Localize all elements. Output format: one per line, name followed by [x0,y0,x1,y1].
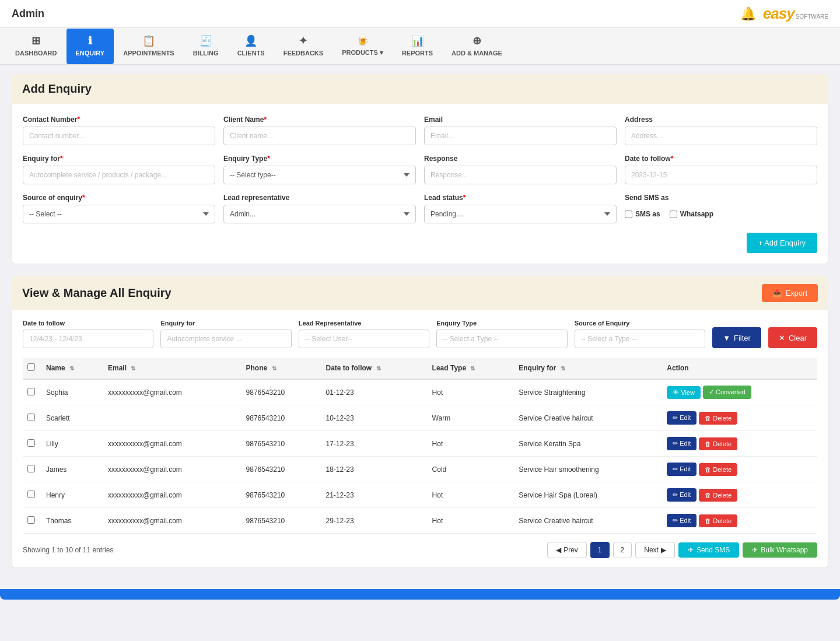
row-checkbox-cell [23,431,41,457]
send-sms-button[interactable]: ✈ Send SMS [678,542,739,558]
sort-phone-icon[interactable]: ⇅ [272,365,276,372]
table-row: Lillyxxxxxxxxxx@gmail.com987654321017-12… [23,431,817,457]
nav-add-manage[interactable]: ⊕ ADD & MANAGE [442,29,512,64]
delete-button[interactable]: 🗑 Delete [699,489,737,502]
cell-name: Sophia [41,379,103,405]
whatsapp-checkbox[interactable] [670,211,677,218]
sort-email-icon[interactable]: ⇅ [131,365,135,372]
page-2-button[interactable]: 2 [613,542,632,558]
filter-enquiry-type-input[interactable] [436,330,567,348]
sms-as-checkbox[interactable] [625,211,632,218]
row-checkbox-1[interactable] [27,414,35,421]
sort-lead-icon[interactable]: ⇅ [470,365,475,372]
cell-date: 10-12-23 [321,405,428,431]
export-label: Export [785,289,807,297]
enquiry-type-select[interactable]: -- Select type-- [223,166,416,184]
sort-name-icon[interactable]: ⇅ [69,365,74,372]
navigation: ⊞ DASHBOARD ℹ ENQUIRY 📋 APPOINTMENTS 🧾 B… [0,28,840,65]
nav-dashboard[interactable]: ⊞ DASHBOARD [6,29,66,64]
nav-enquiry[interactable]: ℹ ENQUIRY [66,29,114,64]
row-checkbox-5[interactable] [27,516,35,524]
sms-as-label: SMS as [635,210,660,218]
lead-rep-select[interactable]: Admin... [223,205,416,223]
nav-reports[interactable]: 📊 REPORTS [393,29,442,64]
edit-button[interactable]: ✏ Edit [667,514,696,527]
delete-button[interactable]: 🗑 Delete [699,437,737,450]
dashboard-icon: ⊞ [32,34,40,47]
table-row: Jamesxxxxxxxxxx@gmail.com987654321018-12… [23,457,817,482]
converted-button[interactable]: ✓ Converted [703,386,751,399]
page-1-button[interactable]: 1 [590,542,610,558]
response-input[interactable] [424,166,617,184]
nav-appointments[interactable]: 📋 APPOINTMENTS [114,29,183,64]
col-enquiry-for: Enquiry for ⇅ [514,358,662,379]
row-checkbox-4[interactable] [27,491,35,498]
whatsapp-option[interactable]: Whatsapp [670,210,713,218]
action-cell: 👁 View✓ Converted [662,379,817,405]
delete-button[interactable]: 🗑 Delete [699,514,737,527]
filter-lead-rep-group: Lead Representative [299,320,429,348]
filter-button[interactable]: ▼ Filter [712,327,761,348]
add-manage-icon: ⊕ [473,34,481,47]
row-checkbox-3[interactable] [27,465,35,472]
nav-appointments-label: APPOINTMENTS [123,50,174,57]
address-input[interactable] [625,127,817,145]
nav-clients[interactable]: 👤 CLIENTS [228,29,274,64]
response-label: Response [424,155,617,163]
contact-number-input[interactable] [23,127,215,145]
client-name-input[interactable] [223,127,416,145]
edit-button[interactable]: ✏ Edit [667,463,696,476]
clear-button[interactable]: ✕ Clear [768,327,817,348]
lead-status-label: Lead status* [424,194,617,202]
nav-enquiry-label: ENQUIRY [76,50,105,57]
filter-lead-rep-label: Lead Representative [299,320,429,327]
action-group: ✏ Edit🗑 Delete [667,411,813,425]
enquiry-for-input[interactable] [23,166,215,184]
form-row-1: Contact Number* Client Name* Email Addre… [23,115,817,145]
nav-billing[interactable]: 🧾 BILLING [184,29,228,64]
notification-icon[interactable]: 🔔 [740,6,756,22]
cell-name: Thomas [41,508,103,534]
cell-name: Scarlett [41,405,103,431]
sms-as-option[interactable]: SMS as [625,210,660,218]
edit-button[interactable]: ✏ Edit [667,437,696,450]
prev-button[interactable]: ◀ Prev [547,542,587,558]
send-sms-icon: ✈ [688,546,694,554]
nav-products[interactable]: 🍺 PRODUCTS ▾ [332,28,393,64]
view-manage-section: View & Manage All Enquiry 📤 Export Date … [12,276,828,568]
sort-enquiry-icon[interactable]: ⇅ [561,365,565,372]
row-checkbox-0[interactable] [27,388,35,395]
edit-button[interactable]: ✏ Edit [667,411,696,425]
clear-icon: ✕ [779,334,785,342]
source-enquiry-select[interactable]: -- Select -- [23,205,215,223]
row-checkbox-2[interactable] [27,439,35,447]
date-to-follow-input[interactable] [625,166,817,184]
header-right: 🔔 easy SOFTWARE [740,5,828,23]
view-button[interactable]: 👁 View [667,386,701,399]
delete-button[interactable]: 🗑 Delete [699,412,737,425]
export-button[interactable]: 📤 Export [762,284,818,302]
cell-enquiry_for: Service Hair smoothening [514,457,662,482]
delete-button[interactable]: 🗑 Delete [699,463,737,476]
select-all-checkbox[interactable] [27,363,35,371]
email-input[interactable] [424,127,617,145]
edit-button[interactable]: ✏ Edit [667,488,696,502]
page-info: Showing 1 to 10 of 11 entries [23,546,113,554]
lead-status-select[interactable]: Pending.... [424,205,617,223]
sort-date-icon[interactable]: ⇅ [376,365,381,372]
bulk-whatsapp-button[interactable]: ✈ Bulk Whatsapp [743,542,817,558]
prev-label: Prev [564,546,578,554]
nav-feedbacks[interactable]: ✦ FEEDBACKS [274,29,332,64]
add-enquiry-button[interactable]: + Add Enquiry [747,233,817,253]
filter-enquiry-for-input[interactable] [160,330,291,348]
email-label: Email [424,115,617,124]
filter-date-input[interactable] [23,330,153,348]
enquiry-type-label: Enquiry Type* [223,155,416,163]
logo-sub-text: SOFTWARE [796,13,828,20]
next-button[interactable]: Next ▶ [635,542,675,558]
filter-source-input[interactable] [575,330,705,348]
contact-number-label: Contact Number* [23,115,215,124]
filter-lead-rep-input[interactable] [299,330,429,348]
table-header-row: Name ⇅ Email ⇅ Phone ⇅ Date to follow ⇅ … [23,358,817,379]
enquiry-for-label: Enquiry for* [23,155,215,163]
